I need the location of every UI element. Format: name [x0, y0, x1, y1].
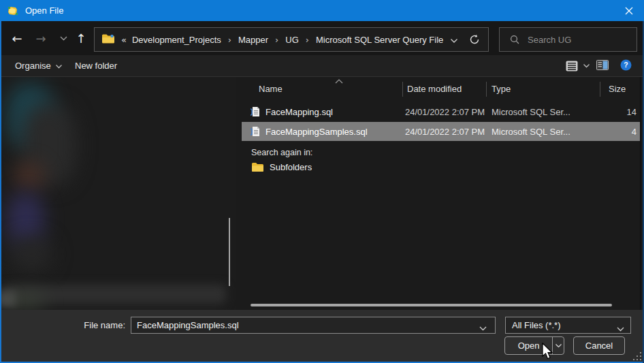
chevron-down-icon: [617, 323, 624, 334]
file-row-selected[interactable]: FaceMappingSamples.sql 24/01/2022 2:07 P…: [242, 122, 640, 141]
refresh-button[interactable]: [469, 34, 480, 47]
chevron-down-icon: [56, 61, 62, 71]
file-name: FaceMapping.sql: [265, 107, 333, 117]
new-folder-label: New folder: [75, 61, 117, 71]
open-split-button: Open: [504, 336, 564, 355]
chevron-down-icon: [556, 344, 562, 348]
column-header-name[interactable]: Name: [259, 77, 283, 101]
chevron-down-icon: [583, 64, 590, 68]
file-type-value: All Files (*.*): [512, 320, 561, 330]
details-view-icon: [566, 61, 578, 72]
address-dropdown-button[interactable]: [450, 35, 458, 46]
file-row[interactable]: FaceMapping.sql 24/01/2022 2:07 PM Micro…: [242, 102, 640, 121]
column-divider[interactable]: [402, 82, 403, 97]
back-button[interactable]: ←: [7, 21, 27, 55]
column-divider[interactable]: [486, 82, 487, 97]
preview-pane-icon: [596, 60, 609, 70]
help-icon: ?: [620, 59, 632, 71]
up-button[interactable]: ↑: [71, 21, 91, 55]
open-file-app-icon: [7, 5, 18, 16]
chevron-down-icon: [450, 38, 458, 44]
breadcrumb-segment[interactable]: UG: [285, 35, 299, 45]
breadcrumb: Development_Projects › Mapper › UG › Mic…: [132, 35, 443, 45]
search-placeholder: Search UG: [528, 35, 571, 45]
file-size: 14: [582, 107, 637, 117]
file-size: 4: [582, 127, 637, 137]
organise-label: Organise: [15, 61, 51, 71]
folder-icon: [251, 162, 264, 172]
blurred-content: [14, 162, 44, 189]
sort-ascending-icon: [335, 79, 343, 84]
folder-icon: [101, 33, 115, 46]
search-subfolders-item[interactable]: Subfolders: [251, 162, 312, 172]
breadcrumb-separator-icon[interactable]: ›: [275, 35, 278, 45]
breadcrumb-separator-icon[interactable]: ›: [306, 35, 309, 45]
file-type-select[interactable]: All Files (*.*): [505, 317, 631, 334]
subfolders-label: Subfolders: [270, 162, 312, 172]
column-divider[interactable]: [600, 82, 600, 97]
file-date-modified: 24/01/2022 2:07 PM: [405, 127, 485, 137]
breadcrumb-segment[interactable]: Development_Projects: [132, 35, 221, 45]
close-icon: [625, 7, 633, 15]
open-file-dialog: Open File ← → ↑ « Development_Projects ›: [0, 0, 644, 363]
window-title: Open File: [25, 5, 63, 16]
file-name-input[interactable]: [131, 317, 496, 334]
horizontal-scrollbar[interactable]: [251, 304, 612, 306]
close-button[interactable]: [613, 0, 644, 21]
navigation-pane-scrollbar[interactable]: [229, 218, 230, 286]
search-box[interactable]: Search UG: [499, 27, 637, 52]
search-again-label: Search again in:: [251, 148, 312, 157]
sql-file-icon: [250, 106, 260, 119]
cancel-button[interactable]: Cancel: [573, 336, 625, 355]
navigation-bar: ← → ↑ « Development_Projects › Mapper › …: [1, 21, 643, 55]
dialog-body: Name Date modified Type Size: [1, 77, 643, 310]
breadcrumb-overflow[interactable]: «: [121, 35, 127, 45]
address-bar[interactable]: « Development_Projects › Mapper › UG › M…: [94, 27, 489, 52]
new-folder-button[interactable]: New folder: [75, 55, 117, 76]
organise-button[interactable]: Organise: [15, 55, 62, 76]
blurred-content: [5, 294, 46, 309]
preview-pane-button[interactable]: [596, 60, 609, 72]
file-type: Microsoft SQL Ser...: [492, 127, 570, 137]
blurred-content: [11, 237, 52, 271]
column-header-size[interactable]: Size: [609, 77, 626, 101]
file-name: FaceMappingSamples.sql: [265, 127, 368, 137]
column-header-date-modified[interactable]: Date modified: [407, 77, 462, 101]
mouse-cursor: [540, 343, 555, 360]
refresh-icon: [469, 34, 480, 45]
change-view-button[interactable]: [566, 61, 590, 72]
forward-button[interactable]: →: [31, 21, 51, 55]
breadcrumb-segment[interactable]: Mapper: [238, 35, 268, 45]
chevron-down-icon: [60, 36, 67, 41]
help-button[interactable]: ?: [620, 59, 632, 73]
window-border: [0, 21, 1, 363]
breadcrumb-separator-icon[interactable]: ›: [228, 35, 231, 45]
column-header-type[interactable]: Type: [492, 77, 511, 101]
file-date-modified: 24/01/2022 2:07 PM: [405, 107, 485, 117]
file-name-label: File name:: [1, 320, 125, 330]
command-toolbar: Organise New folder: [1, 55, 643, 77]
search-icon: [510, 35, 519, 44]
navigation-pane-blurred[interactable]: [1, 77, 236, 310]
file-type: Microsoft SQL Ser...: [492, 107, 570, 117]
sql-file-icon: [250, 126, 260, 139]
title-bar[interactable]: Open File: [0, 0, 644, 21]
breadcrumb-segment[interactable]: Microsoft SQL Server Query File: [316, 35, 443, 45]
file-list: Name Date modified Type Size: [242, 77, 643, 310]
resize-grip[interactable]: [633, 352, 641, 360]
svg-text:?: ?: [624, 61, 628, 69]
